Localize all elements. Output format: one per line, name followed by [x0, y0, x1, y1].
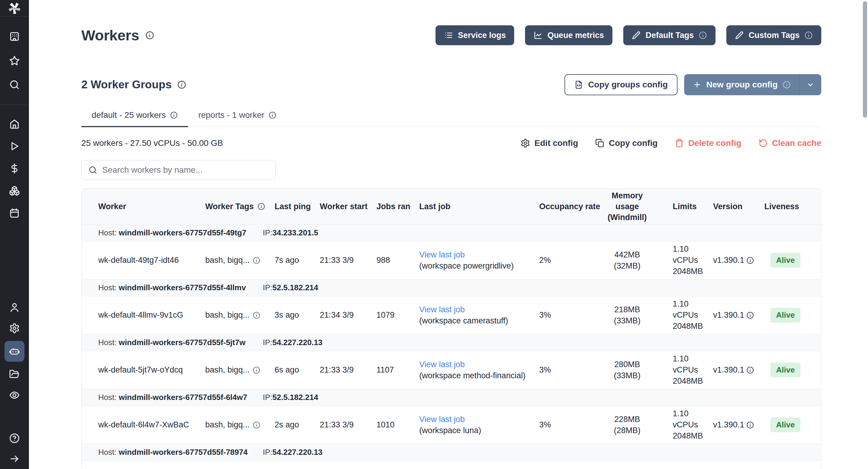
sidebar-item-folders[interactable] [4, 364, 24, 385]
sidebar-expand-button[interactable] [4, 448, 24, 469]
sidebar-item-settings[interactable] [4, 318, 24, 339]
ip-prefix: IP: [263, 447, 273, 457]
last-job: View last job (workspace powergridlive) [419, 249, 539, 272]
clean-cache-button[interactable]: Clean cache [758, 138, 821, 148]
worker-group-tabs: default - 25 workers reports - 1 worker [82, 108, 821, 127]
plus-icon [692, 80, 702, 89]
sidebar-group-main [0, 105, 29, 232]
worker-name: wk-default-49tg7-idt46 [98, 256, 205, 265]
limits: 1.10 vCPUs 2048MB [662, 244, 713, 277]
search-icon [9, 79, 20, 90]
info-icon[interactable] [145, 31, 154, 40]
view-last-job-link[interactable]: View last job [419, 304, 539, 315]
info-icon[interactable] [170, 111, 178, 119]
info-icon[interactable] [699, 31, 707, 39]
info-icon[interactable] [253, 421, 260, 429]
user-icon [9, 302, 20, 313]
ip-prefix: IP: [263, 228, 273, 237]
sidebar-item-search[interactable] [4, 73, 24, 97]
status-badge: Alive [770, 308, 801, 322]
info-icon[interactable] [746, 366, 754, 374]
default-tags-button[interactable]: Default Tags [623, 25, 715, 45]
info-icon[interactable] [746, 421, 754, 429]
sidebar-item-runs[interactable] [4, 135, 24, 157]
worker-tags: bash, bigq... [205, 420, 275, 430]
sidebar-item-users[interactable] [4, 297, 24, 318]
delete-config-button[interactable]: Delete config [675, 138, 741, 148]
sidebar-group-top [0, 17, 29, 105]
info-icon[interactable] [253, 311, 260, 319]
sidebar-item-resources[interactable] [4, 180, 24, 202]
host-name: windmill-workers-67757d55f-5jt7w [119, 338, 245, 347]
last-job: View last job (workspace luna) [419, 414, 539, 436]
limits: 1.10 vCPUs 2048MB [662, 408, 713, 442]
view-last-job-link[interactable]: View last job [419, 414, 539, 425]
sidebar-item-favorites[interactable] [4, 49, 24, 73]
view-last-job-link[interactable]: View last job [419, 249, 539, 260]
custom-tags-button[interactable]: Custom Tags [726, 25, 821, 45]
info-icon[interactable] [746, 256, 754, 264]
status-badge: Alive [770, 363, 801, 377]
info-icon[interactable] [746, 311, 754, 319]
last-job: View last job (workspace method-financia… [419, 359, 539, 381]
worker-start: 21:33 3/9 [320, 365, 376, 375]
search-icon [88, 165, 97, 175]
service-logs-button[interactable]: Service logs [435, 25, 514, 45]
info-icon[interactable] [804, 31, 813, 39]
worker-start: 21:33 3/9 [320, 256, 376, 265]
queue-metrics-button[interactable]: Queue metrics [525, 25, 613, 45]
info-icon[interactable] [782, 81, 791, 89]
sidebar-item-schedules[interactable] [4, 202, 24, 224]
worker-tags: bash, bigq... [205, 256, 275, 265]
memory-usage: 442MB (32MB) [604, 249, 662, 272]
new-group-config-dropdown[interactable] [800, 74, 821, 95]
info-icon[interactable] [269, 111, 276, 119]
last-job-workspace: (workspace camerastuff) [419, 315, 539, 326]
pencil-icon [735, 31, 744, 40]
windmill-logo[interactable] [0, 0, 29, 17]
version: v1.390.1 [713, 420, 764, 430]
sidebar-item-help[interactable] [4, 428, 24, 448]
info-icon[interactable] [253, 366, 260, 374]
worker-name: wk-default-4llmv-9v1cG [98, 310, 205, 320]
sidebar-item-home[interactable] [4, 113, 24, 135]
help-icon [9, 433, 20, 444]
new-group-config-button[interactable]: New group config [684, 74, 821, 95]
gear-icon [9, 323, 20, 334]
liveness: Alive [764, 253, 816, 268]
trash-icon [675, 138, 684, 148]
occupancy-rate: 3% [539, 420, 604, 430]
sidebar-item-variables[interactable] [4, 157, 24, 180]
copy-config-button[interactable]: Copy config [595, 138, 658, 148]
host-name: windmill-workers-67757d55f-4llmv [119, 283, 246, 292]
view-last-job-link[interactable]: View last job [419, 359, 539, 370]
limits: 1.10 vCPUs 2048MB [662, 299, 713, 332]
host-ip: 54.227.220.13 [273, 447, 322, 457]
tab-default[interactable]: default - 25 workers [82, 108, 188, 127]
ip-prefix: IP: [263, 283, 273, 292]
search-input[interactable] [102, 165, 269, 175]
info-icon[interactable] [177, 80, 186, 89]
info-icon[interactable] [257, 202, 265, 210]
sidebar-item-workspace[interactable] [4, 24, 24, 49]
group-summary-bar: 25 workers - 27.50 vCPUs - 50.00 GB Edit… [82, 138, 821, 148]
last-job-workspace: (workspace luna) [419, 425, 539, 436]
sidebar-item-audit-logs[interactable] [4, 385, 24, 405]
edit-config-button[interactable]: Edit config [521, 138, 578, 148]
tab-reports[interactable]: reports - 1 worker [188, 108, 287, 127]
memory-usage: 218MB (33MB) [604, 304, 662, 326]
gear-icon [521, 138, 530, 148]
last-ping: 7s ago [275, 256, 320, 265]
file-code-icon [574, 80, 583, 89]
vertical-scrollbar-thumb[interactable] [863, 1, 867, 118]
jobs-ran: 988 [376, 256, 419, 265]
host-row: Host: windmill-workers-67757d55f-5jt7w I… [82, 334, 821, 351]
last-ping: 2s ago [275, 420, 320, 430]
host-ip: 52.5.182.214 [273, 283, 318, 292]
column-header-worker-tags: Worker Tags [205, 202, 275, 211]
windmill-logo-icon [7, 1, 22, 16]
sidebar-item-workers[interactable] [4, 341, 24, 362]
info-icon[interactable] [253, 256, 260, 264]
worker-name: wk-default-5jt7w-oYdcq [98, 365, 205, 375]
copy-groups-config-button[interactable]: Copy groups config [564, 74, 677, 95]
